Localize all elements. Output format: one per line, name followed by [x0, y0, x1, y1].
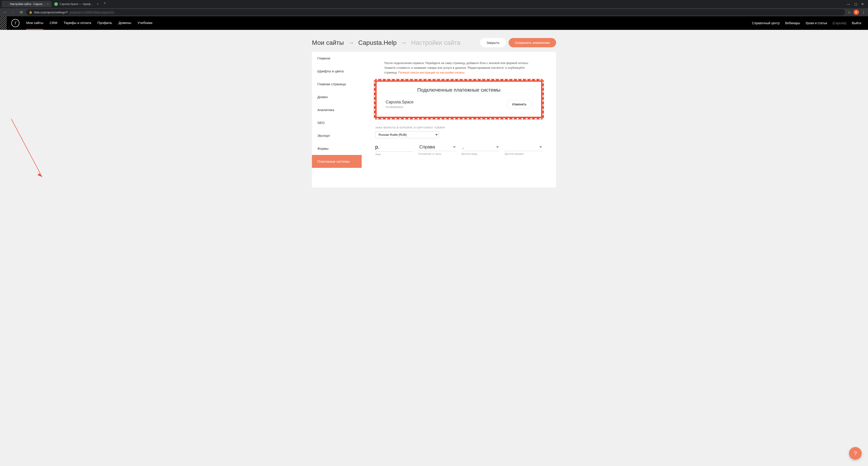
minimize-icon[interactable]: —	[847, 2, 850, 6]
url-input[interactable]: 🔒 tilda.cc/projects/settings/? projectid…	[26, 9, 845, 16]
close-icon[interactable]: ×	[47, 2, 49, 6]
header-actions: Закрыть Сохранить изменения	[480, 38, 556, 47]
page-body: Мои сайты → Capusta.Help → Настройки сай…	[0, 30, 868, 466]
nav-domains[interactable]: Домены	[119, 21, 131, 26]
zigzag-decoration	[374, 80, 378, 118]
currency-section-label: ЗНАК ВАЛЮТЫ В КОРЗИНЕ И КАРТОЧКАХ ТОВАРА	[375, 126, 542, 129]
zigzag-decoration	[540, 80, 544, 118]
nav-tutorials[interactable]: Учебники	[137, 21, 152, 26]
sidebar-item-export[interactable]: Экспорт	[312, 129, 362, 142]
close-button[interactable]: Закрыть	[480, 38, 506, 47]
sidebar-item-seo[interactable]: SEO	[312, 116, 362, 129]
currency-select[interactable]: Russian Ruble (RUB)	[375, 131, 438, 138]
sidebar-item-analytics[interactable]: Аналитика	[312, 104, 362, 116]
chevron-right-icon: →	[348, 39, 354, 47]
connected-systems-title: Подключенные платежные системы	[385, 87, 532, 93]
tilda-nav-left: Мои сайты CRM Тарифы и оплата Профиль До…	[26, 21, 152, 26]
breadcrumb: Мои сайты → Capusta.Help → Настройки сай…	[312, 39, 460, 47]
tilda-nav-right: Справочный центр Вебинары Уроки и статьи…	[752, 21, 861, 25]
browser-tab-1[interactable]: Capusta.Space — тарифы и усло ×	[52, 1, 101, 7]
help-fab[interactable]: ?	[849, 447, 862, 460]
currency-sign-input[interactable]	[375, 143, 413, 151]
connected-systems-box: Подключенные платежные системы Capusta.S…	[375, 80, 542, 118]
nav-help-center[interactable]: Справочный центр	[752, 21, 780, 25]
profile-badge[interactable]: D	[854, 9, 859, 15]
url-text: tilda.cc/projects/settings/?	[34, 11, 68, 14]
maximize-icon[interactable]: ▢	[854, 2, 857, 6]
sidebar-item-main[interactable]: Главное	[312, 52, 362, 65]
svg-line-0	[11, 119, 42, 177]
page-header: Мои сайты → Capusta.Help → Настройки сай…	[298, 30, 569, 52]
reload-button[interactable]: ⟳	[18, 9, 24, 16]
star-icon[interactable]: ☆	[847, 10, 852, 14]
edit-button[interactable]: Изменить	[506, 100, 532, 109]
currency-sub-label: Десятич.формат	[505, 152, 542, 155]
currency-decimal-sep-select[interactable]: ,	[462, 143, 499, 151]
content-wrap: Главное Шрифты и цвета Главная страница …	[298, 52, 569, 201]
url-blurred: projectid=1234567&tab=payments	[70, 11, 114, 14]
tab-title: Capusta.Space — тарифы и усло	[60, 2, 95, 6]
connected-system-status: Активировано	[385, 106, 413, 109]
new-tab-button[interactable]: +	[101, 1, 108, 7]
settings-main: После подключения сервиса: Перейдите на …	[362, 52, 556, 187]
currency-row: Знак Справа Положение от цены , Десятич.…	[375, 143, 542, 156]
lock-icon: 🔒	[29, 11, 32, 14]
annotation-arrow	[10, 118, 44, 179]
nav-crm[interactable]: CRM	[50, 21, 57, 26]
nav-webinars[interactable]: Вебинары	[785, 21, 800, 25]
sidebar-item-payments[interactable]: Платежные системы	[312, 155, 362, 168]
save-button[interactable]: Сохранить изменения	[508, 38, 556, 47]
breadcrumb-project[interactable]: Capusta.Help	[358, 39, 397, 47]
nav-articles[interactable]: Уроки и статьи	[805, 21, 827, 25]
sidebar-item-fonts[interactable]: Шрифты и цвета	[312, 65, 362, 78]
window-controls: — ▢ ✕	[845, 2, 866, 6]
sidebar-item-domain[interactable]: Домен	[312, 90, 362, 104]
sidebar-item-homepage[interactable]: Главная страница	[312, 78, 362, 90]
currency-sub-label: Положение от цены	[418, 152, 456, 155]
currency-sub-label: Десятич.разд.	[462, 152, 499, 155]
browser-addressbar: ← → ⟳ 🔒 tilda.cc/projects/settings/? pro…	[0, 8, 868, 16]
nav-username: (Capusta)	[833, 21, 846, 25]
currency-col-sign: Знак	[375, 143, 413, 156]
tilda-pattern	[0, 16, 7, 30]
tab-favicon	[54, 2, 58, 6]
sidebar-item-forms[interactable]: Формы	[312, 142, 362, 155]
settings-sidebar: Главное Шрифты и цвета Главная страница …	[312, 52, 362, 187]
currency-decimal-fmt-select[interactable]	[505, 143, 542, 151]
tab-favicon	[4, 2, 8, 6]
currency-col-decimal-sep: , Десятич.разд.	[462, 143, 499, 156]
breadcrumb-root[interactable]: Мои сайты	[312, 39, 344, 47]
kebab-menu-icon[interactable]: ⋮	[861, 10, 866, 14]
tilda-logo[interactable]: T	[11, 19, 20, 27]
browser-tabs: Настройки сайта - Capusta.Help × Capusta…	[2, 1, 845, 7]
connected-system-row: Capusta.Space Активировано Изменить	[385, 100, 532, 109]
forward-button[interactable]: →	[10, 9, 16, 16]
browser-tab-0[interactable]: Настройки сайта - Capusta.Help ×	[2, 1, 52, 7]
close-icon[interactable]: ×	[97, 2, 98, 6]
currency-sub-label: Знак	[375, 153, 413, 156]
back-button[interactable]: ←	[2, 9, 8, 16]
nav-my-sites[interactable]: Мои сайты	[26, 21, 43, 26]
chevron-right-icon: →	[401, 39, 407, 47]
tilda-nav: T Мои сайты CRM Тарифы и оплата Профиль …	[0, 16, 868, 30]
browser-titlebar: Настройки сайта - Capusta.Help × Capusta…	[0, 0, 868, 8]
nav-tariffs[interactable]: Тарифы и оплата	[64, 21, 91, 26]
currency-col-position: Справа Положение от цены	[418, 143, 456, 156]
close-window-icon[interactable]: ✕	[861, 2, 864, 6]
tab-title: Настройки сайта - Capusta.Help	[10, 2, 45, 6]
breadcrumb-current: Настройки сайта	[411, 39, 460, 47]
intro-link[interactable]: Полный список инструкций по настройке оп…	[398, 71, 465, 74]
currency-col-decimal-fmt: Десятич.формат	[505, 143, 542, 156]
intro-text: После подключения сервиса: Перейдите на …	[375, 61, 542, 75]
currency-position-select[interactable]: Справа	[418, 143, 456, 151]
nav-logout[interactable]: Выйти	[852, 21, 861, 25]
connected-system-name: Capusta.Space	[385, 100, 413, 105]
svg-marker-1	[37, 173, 42, 177]
nav-profile[interactable]: Профиль	[97, 21, 112, 26]
